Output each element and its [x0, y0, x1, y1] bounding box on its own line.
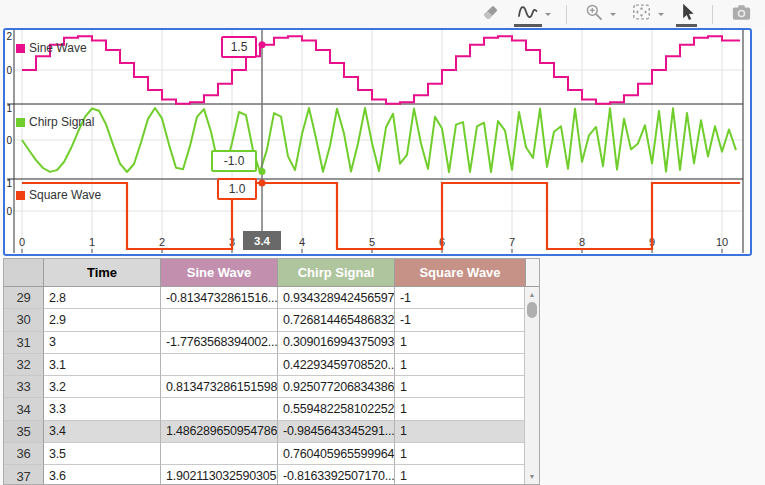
table-cell[interactable]: 3.6 [44, 465, 161, 485]
toolbar [0, 0, 765, 28]
table-cell[interactable] [161, 309, 278, 331]
table-cell[interactable]: -1.7763568394002... [161, 332, 278, 354]
x-tick-label: 5 [369, 236, 375, 248]
row-number-cell[interactable]: 29 [4, 287, 44, 309]
table-cell[interactable] [161, 398, 278, 420]
row-number-header [4, 259, 44, 287]
cursor-marker-dot [259, 180, 266, 187]
table-cell[interactable]: 0.9250772068343864 [278, 376, 395, 398]
row-number-cell[interactable]: 34 [4, 398, 44, 420]
table-cell[interactable]: 2.8 [44, 287, 161, 309]
table-cell[interactable]: -0.8134732861516... [161, 287, 278, 309]
chevron-down-icon[interactable] [610, 13, 616, 19]
chirp-signal-column-header: Chirp Signal [278, 259, 395, 287]
zoom-in-icon[interactable] [582, 1, 607, 28]
table-scrollbar[interactable]: ▲ ▼ [524, 287, 539, 484]
table-cell[interactable]: 0.7604059655999648 [278, 443, 395, 465]
cursor-value-label: 1.5 [231, 40, 248, 54]
chevron-down-icon[interactable] [545, 13, 551, 19]
y-tick-label: 1 [6, 178, 12, 189]
scrollbar-down-arrow[interactable]: ▼ [525, 470, 539, 483]
table-header-row: Time Sine Wave Chirp Signal Square Wave [4, 259, 539, 287]
y-tick-label: 2 [6, 31, 12, 42]
table-cell[interactable]: 3.2 [44, 376, 161, 398]
table-cell[interactable]: 0.8134732861515982 [161, 376, 278, 398]
y-tick-label: 0 [6, 135, 12, 146]
toolbar-separator [712, 5, 713, 24]
table-cell[interactable]: 2.9 [44, 309, 161, 331]
table-cell[interactable]: 1 [395, 421, 526, 443]
table-cell[interactable]: 1 [395, 376, 526, 398]
fit-to-view-icon [630, 2, 653, 22]
table-cell[interactable]: 1 [395, 398, 526, 420]
table-cell[interactable]: 1.9021130325903053 [161, 465, 278, 485]
camera-icon [730, 2, 753, 22]
table-cell[interactable]: 1 [395, 332, 526, 354]
cursor-value-label: -1.0 [224, 154, 245, 168]
x-tick-label: 0 [19, 236, 25, 248]
legend-swatch [16, 191, 25, 200]
sine-wave-column-header: Sine Wave [161, 259, 278, 287]
table-cell[interactable]: 1.486289650954786 [161, 421, 278, 443]
table-cell[interactable]: 0.42293459708520... [278, 354, 395, 376]
cursor-value-label: 1.0 [229, 182, 246, 196]
table-row[interactable]: 343.30.55948225810225261 [4, 398, 539, 420]
y-tick-label: 1 [6, 103, 12, 114]
table-cell[interactable] [161, 354, 278, 376]
row-number-cell[interactable]: 36 [4, 443, 44, 465]
table-cell[interactable]: -1 [395, 309, 526, 331]
cursor-arrow-icon [678, 2, 695, 22]
table-cell[interactable]: -0.8163392507170... [278, 465, 395, 485]
cursor-marker-dot [259, 41, 266, 48]
table-cell[interactable]: 3.4 [44, 421, 161, 443]
table-cell[interactable] [161, 443, 278, 465]
table-cell[interactable]: 0.5594822581022526 [278, 398, 395, 420]
plot-canvas[interactable]: 01234567891020Sine Wave10Chirp Signal10S… [5, 30, 750, 254]
cursor-marker-dot [259, 168, 266, 175]
table-row[interactable]: 363.50.76040596559996481 [4, 443, 539, 465]
row-number-cell[interactable]: 31 [4, 332, 44, 354]
table-cell[interactable]: 1 [395, 354, 526, 376]
table-cell[interactable]: 3.3 [44, 398, 161, 420]
table-cell[interactable]: -1 [395, 287, 526, 309]
x-tick-label: 7 [509, 236, 515, 248]
signal-plot-panel[interactable]: 01234567891020Sine Wave10Chirp Signal10S… [3, 28, 752, 256]
signal-trace-icon[interactable] [514, 1, 542, 27]
cursor-arrow-icon[interactable] [676, 1, 697, 27]
row-number-cell[interactable]: 30 [4, 309, 44, 331]
table-row[interactable]: 292.8-0.8134732861516...0.93432894245659… [4, 287, 539, 309]
table-cell[interactable]: -0.9845643345291... [278, 421, 395, 443]
toolbar-separator [566, 5, 567, 24]
table-cell[interactable]: 3.1 [44, 354, 161, 376]
chevron-down-icon[interactable] [658, 13, 664, 19]
fit-to-view-icon[interactable] [628, 1, 655, 27]
signal-legend-label[interactable]: Sine Wave [29, 41, 87, 55]
signal-legend-label[interactable]: Square Wave [29, 188, 102, 202]
table-cell[interactable]: 1 [395, 443, 526, 465]
camera-icon[interactable] [728, 1, 755, 27]
table-row[interactable]: 373.61.9021130325903053-0.8163392507170.… [4, 465, 539, 485]
table-cell[interactable]: 0.7268144654868329 [278, 309, 395, 331]
scrollbar-up-arrow[interactable]: ▲ [525, 288, 539, 301]
row-number-cell[interactable]: 33 [4, 376, 44, 398]
table-cell[interactable]: 0.3090169943750931 [278, 332, 395, 354]
signal-legend-label[interactable]: Chirp Signal [29, 115, 94, 129]
scrollbar-thumb[interactable] [527, 302, 537, 318]
table-cell[interactable]: 3 [44, 332, 161, 354]
table-row[interactable]: 313-1.7763568394002...0.3090169943750931… [4, 332, 539, 354]
table-cell[interactable]: 3.5 [44, 443, 161, 465]
table-cell[interactable]: 1 [395, 465, 526, 485]
legend-swatch [16, 44, 25, 53]
row-number-cell[interactable]: 32 [4, 354, 44, 376]
row-number-cell[interactable]: 35 [4, 421, 44, 443]
table-row[interactable]: 323.10.42293459708520...1 [4, 354, 539, 376]
x-tick-label: 1 [89, 236, 95, 248]
eraser-icon[interactable] [478, 1, 502, 27]
square-wave-trace[interactable] [22, 183, 740, 249]
eraser-icon [480, 2, 500, 22]
table-row[interactable]: 333.20.81347328615159820.925077206834386… [4, 376, 539, 398]
table-row[interactable]: 302.90.7268144654868329-1 [4, 309, 539, 331]
row-number-cell[interactable]: 37 [4, 465, 44, 485]
table-row[interactable]: 353.41.486289650954786-0.9845643345291..… [4, 421, 539, 443]
table-cell[interactable]: 0.9343289424565971 [278, 287, 395, 309]
